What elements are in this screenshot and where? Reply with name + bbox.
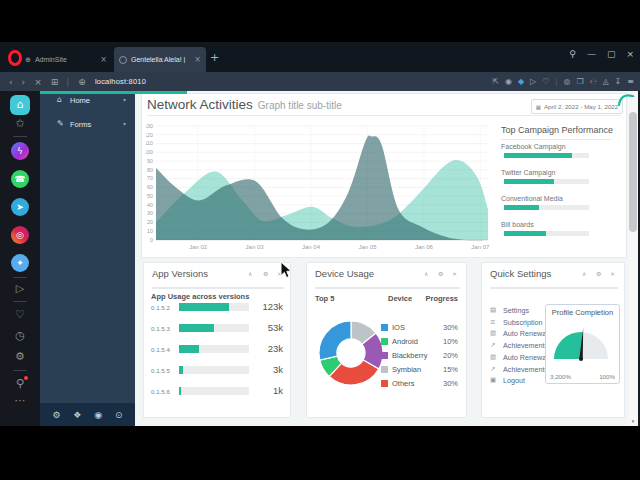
instagram-icon[interactable]: ◎ <box>11 226 29 244</box>
snapshot-icon[interactable]: ◉ <box>505 77 512 86</box>
settings-wrench-icon[interactable]: ⚙ <box>438 270 443 277</box>
stop-reload-icon[interactable]: × <box>34 77 42 87</box>
sidebar-item-forms[interactable]: ✎ Forms ▾ <box>40 117 135 133</box>
page-loading-bar <box>40 91 187 94</box>
close-window-icon[interactable]: × <box>626 49 634 59</box>
pinboards-icon[interactable]: ⚲ <box>0 377 40 390</box>
easy-setup-icon[interactable]: ✩ <box>0 117 40 130</box>
new-tab-button[interactable]: + <box>210 51 219 64</box>
download-icon[interactable]: ↧ <box>615 77 622 86</box>
tab-close-icon[interactable]: × <box>100 55 107 64</box>
lock-eye-icon[interactable]: ◉ <box>94 410 102 420</box>
campaign-label: Conventional Media <box>501 195 563 202</box>
speed-dial-grid-icon[interactable]: ⊞ <box>51 77 59 87</box>
address-bar[interactable]: localhost:8010 <box>95 77 146 86</box>
app-usage-fill <box>179 387 181 395</box>
calendar-icon: ▦ <box>536 104 541 110</box>
legend-percent: 30% <box>443 323 458 332</box>
share-icon[interactable]: ⇱ <box>492 77 499 86</box>
extensions-gear-icon[interactable]: ⚙ <box>0 350 40 363</box>
whatsapp-icon[interactable]: ☎ <box>11 170 29 188</box>
legend-percent: 10% <box>443 337 458 346</box>
address-toolbar: ‹ › × ⊞ | ⊕ localhost:8010 ⇱◉◆▷♡|◍❒℮◬↧≡ <box>0 72 640 91</box>
speed-dial-home-icon[interactable]: ⌂ <box>10 95 30 115</box>
back-icon[interactable]: ‹ <box>9 77 13 87</box>
profile-completion-gauge <box>550 319 614 365</box>
home-icon: ⌂ <box>57 95 62 104</box>
quick-setting-auto-renewal-1[interactable]: Auto Renewal <box>503 329 548 338</box>
badge-icon[interactable]: ◬ <box>602 77 608 86</box>
sidebar-item-home[interactable]: ⌂ Home ▾ <box>40 93 135 109</box>
line-chart-icon: ↗ <box>490 365 495 373</box>
svg-text:40: 40 <box>147 202 153 208</box>
tab-adminsite[interactable]: ⊕ AdminSite × <box>20 47 112 72</box>
campaign-label: Facebook Campaign <box>501 143 566 150</box>
forward-icon[interactable]: › <box>22 77 26 87</box>
collapse-chevron-icon[interactable]: ∧ <box>424 270 428 277</box>
heart-icon[interactable]: ♡ <box>0 308 40 321</box>
panel-divider <box>315 287 460 289</box>
settings-wrench-icon[interactable]: ⚙ <box>596 270 601 277</box>
favorites-heart-icon[interactable]: ♡ <box>542 77 549 86</box>
quick-setting-auto-renewal-2[interactable]: Auto Renewal <box>503 353 548 362</box>
legend-label: Android <box>392 337 418 346</box>
player-triangle-icon[interactable]: ▷ <box>0 282 40 295</box>
quick-setting-subscription[interactable]: Subscription <box>503 318 543 327</box>
sidebar-divider <box>13 301 27 302</box>
globe-favicon-icon: ⊕ <box>25 56 31 64</box>
extensions-cube-icon[interactable]: ❒ <box>576 77 583 86</box>
menu-icon[interactable]: ≡ <box>627 77 634 86</box>
messenger-icon[interactable]: ϟ <box>11 142 29 160</box>
legend-square-icon <box>381 366 388 373</box>
close-panel-icon[interactable]: × <box>610 270 615 277</box>
search-tabs-icon[interactable]: ⚲ <box>569 49 576 59</box>
twitter-icon[interactable]: ✦ <box>11 254 29 272</box>
app-usage-track <box>179 345 249 353</box>
player-icon[interactable]: ▷ <box>530 77 536 86</box>
edit-pencil-icon: ✎ <box>57 119 64 128</box>
gauge-max-label: 100% <box>599 373 615 380</box>
app-version-label: 0.1.5.3 <box>151 325 170 332</box>
legend-square-icon <box>381 352 388 359</box>
toolbar-separator: | <box>555 77 557 86</box>
scroll-down-icon[interactable]: ▾ <box>628 418 638 424</box>
page-content: Network ActivitiesGraph title sub-title … <box>135 91 628 426</box>
maximize-icon[interactable]: ▢ <box>607 49 616 59</box>
settings-wrench-icon[interactable]: ⚙ <box>263 270 268 277</box>
legend-label: Symbian <box>392 365 421 374</box>
tab-gentelella[interactable]: Gentelella Alela! | × <box>114 47 206 72</box>
col-header-progress: Progress <box>425 294 458 303</box>
close-panel-icon[interactable]: × <box>452 270 457 277</box>
browser-e-icon[interactable]: ℮ <box>590 77 597 86</box>
scrollbar-thumb[interactable] <box>629 112 637 232</box>
history-clock-icon[interactable]: ◷ <box>0 329 40 342</box>
svg-text:Jan 02: Jan 02 <box>189 244 208 250</box>
more-ellipsis-icon[interactable]: ⋯ <box>0 394 40 407</box>
sidebar-footer: ⚙❖◉⊙ <box>40 403 135 426</box>
settings-gear-icon[interactable]: ⚙ <box>52 410 60 420</box>
quick-setting-achievements-1[interactable]: Achievements <box>503 341 548 350</box>
quick-setting-achievements-2[interactable]: Achievements <box>503 365 548 374</box>
quick-settings-panel: Quick Settings ∧ ⚙ × ▤Settings≡Subscript… <box>481 262 625 418</box>
campaign-progress-track <box>504 153 589 158</box>
campaign-progress-track <box>504 205 589 210</box>
fullscreen-icon[interactable]: ❖ <box>73 410 81 420</box>
site-info-icon[interactable]: ⊕ <box>78 77 86 87</box>
telegram-icon[interactable]: ➤ <box>11 198 29 216</box>
collapse-chevron-icon[interactable]: ∧ <box>248 270 252 277</box>
mouse-cursor <box>280 261 293 280</box>
app-usage-value: 1k <box>273 385 283 396</box>
vpn-shield-icon[interactable]: ◆ <box>518 77 524 86</box>
tab-close-icon[interactable]: × <box>194 55 201 64</box>
power-off-icon[interactable]: ⊙ <box>115 410 123 420</box>
quick-setting-logout[interactable]: Logout <box>503 376 525 385</box>
scrollbar[interactable]: ▴ ▾ <box>628 91 638 426</box>
minimize-icon[interactable]: — <box>587 49 596 59</box>
tab-title: AdminSite <box>35 56 96 63</box>
bar-chart-icon: ▥ <box>490 329 496 337</box>
profile-icon[interactable]: ◍ <box>563 77 570 86</box>
quick-setting-settings[interactable]: Settings <box>503 306 529 315</box>
campaign-performance-title: Top Campaign Performance <box>501 125 613 135</box>
collapse-chevron-icon[interactable]: ∧ <box>582 270 586 277</box>
date-range-button[interactable]: ▦ April 2, 2022 - May 1, 2022 <box>531 99 623 114</box>
